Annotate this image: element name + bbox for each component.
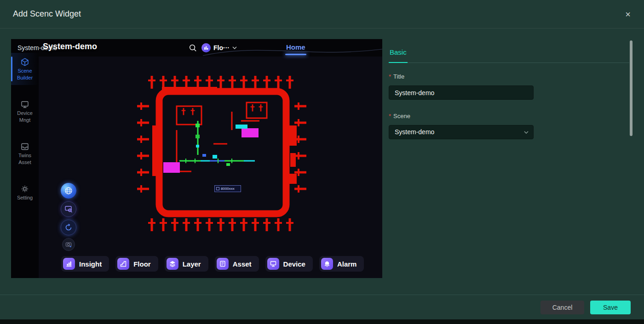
canvas-float-tools bbox=[61, 183, 76, 251]
sidebar-label: Asset bbox=[18, 159, 31, 165]
snapshot-button[interactable] bbox=[62, 238, 75, 251]
cancel-button[interactable]: Cancel bbox=[540, 301, 584, 314]
panel-tabs: Basic bbox=[389, 39, 629, 63]
snapshot-icon bbox=[65, 241, 72, 248]
toolbar-button-asset[interactable]: Asset bbox=[215, 256, 259, 272]
add-scene-widget-modal: Add Scenc Widget × Scene Builder Dev bbox=[0, 0, 644, 319]
required-mark: * bbox=[389, 113, 391, 119]
save-button[interactable]: Save bbox=[590, 301, 631, 314]
sidebar-label: Setting bbox=[17, 195, 33, 200]
toolbar-button-alarm[interactable]: Alarm bbox=[319, 256, 364, 272]
panel-scrollbar[interactable] bbox=[630, 40, 632, 136]
rotate-view-button[interactable] bbox=[61, 220, 76, 235]
close-icon[interactable]: × bbox=[622, 8, 634, 20]
floor-selector[interactable]: Flo··· bbox=[201, 42, 237, 53]
inbox-icon bbox=[20, 142, 29, 151]
scene-select[interactable]: System-demo bbox=[389, 125, 534, 139]
screen-search-button[interactable] bbox=[61, 201, 76, 217]
title-label-text: Title bbox=[393, 73, 404, 80]
sidebar-label: Device bbox=[17, 110, 33, 116]
sidebar-item-device-mngt[interactable]: Device Mngt bbox=[11, 95, 39, 127]
sidebar-item-setting[interactable]: Setting bbox=[11, 180, 39, 206]
monitor-icon bbox=[20, 100, 29, 109]
toolbar-button-layer[interactable]: Layer bbox=[165, 256, 208, 272]
rotate-icon bbox=[64, 223, 73, 232]
floor-icon bbox=[201, 43, 211, 52]
toolbar-label: Alarm bbox=[337, 260, 357, 268]
scene-label-text: Scene bbox=[393, 113, 410, 119]
preview-header: System-demo System-demo Flo··· Home bbox=[11, 39, 382, 57]
scene-field-label: *Scene bbox=[389, 113, 629, 119]
preview-sidebar: Scene Builder Device Mngt Twins Asset bbox=[11, 39, 39, 278]
toolbar-label: Layer bbox=[183, 260, 201, 268]
toolbar-button-device[interactable]: Device bbox=[265, 256, 313, 272]
alarm-bell-icon bbox=[321, 258, 333, 270]
sidebar-item-twins-asset[interactable]: Twins Asset bbox=[11, 137, 39, 170]
toolbar-label: Asset bbox=[233, 260, 252, 268]
asset-list-icon bbox=[217, 258, 229, 270]
toolbar-button-insight[interactable]: Insight bbox=[61, 256, 109, 272]
cube-icon bbox=[20, 57, 29, 67]
insight-icon bbox=[63, 258, 75, 270]
search-icon[interactable] bbox=[189, 44, 197, 52]
widget-settings-panel: Basic *Title *Scene System-demo bbox=[389, 39, 629, 139]
toolbar-label: Device bbox=[283, 260, 305, 268]
floor-steps-icon bbox=[117, 258, 129, 270]
modal-title: Add Scenc Widget bbox=[13, 9, 81, 19]
globe-view-button[interactable] bbox=[61, 183, 76, 199]
chevron-down-icon bbox=[232, 46, 237, 49]
gear-icon bbox=[20, 184, 29, 193]
title-input[interactable] bbox=[389, 85, 534, 100]
required-mark: * bbox=[389, 73, 391, 80]
app-title: System-demo bbox=[43, 42, 97, 51]
canvas-bottom-toolbar: Insight Floor Layer bbox=[61, 256, 364, 272]
scene-canvas: 8000xxx bbox=[39, 57, 382, 278]
sidebar-label: Twins bbox=[18, 153, 31, 158]
floor-selector-label: Flo··· bbox=[213, 44, 230, 51]
tab-basic[interactable]: Basic bbox=[389, 48, 408, 63]
sidebar-label: Scene bbox=[17, 68, 32, 74]
map-tooltip: 8000xxx bbox=[214, 185, 241, 192]
scene-map bbox=[39, 57, 382, 278]
modal-footer: Cancel Save bbox=[0, 295, 644, 319]
sidebar-label: Builder bbox=[17, 75, 33, 80]
map-tooltip-text: 8000xxx bbox=[221, 187, 235, 191]
toolbar-label: Insight bbox=[79, 260, 102, 268]
screen: Add Scenc Widget × Scene Builder Dev bbox=[0, 0, 644, 324]
chevron-down-icon bbox=[524, 131, 529, 134]
globe-icon bbox=[64, 186, 73, 195]
device-monitor-icon bbox=[267, 258, 279, 270]
modal-header: Add Scenc Widget × bbox=[0, 0, 644, 28]
screen-search-icon bbox=[64, 205, 73, 214]
toolbar-label: Floor bbox=[133, 260, 151, 268]
title-field-label: *Title bbox=[389, 73, 629, 80]
ruler-icon bbox=[216, 187, 219, 190]
layers-icon bbox=[167, 258, 178, 270]
scene-select-value: System-demo bbox=[395, 128, 434, 136]
toolbar-button-floor[interactable]: Floor bbox=[115, 256, 158, 272]
sidebar-label: Mngt bbox=[19, 117, 30, 123]
home-tab[interactable]: Home bbox=[282, 41, 310, 56]
scene-preview: Scene Builder Device Mngt Twins Asset bbox=[11, 39, 382, 278]
sidebar-item-scene-builder[interactable]: Scene Builder bbox=[11, 53, 39, 85]
